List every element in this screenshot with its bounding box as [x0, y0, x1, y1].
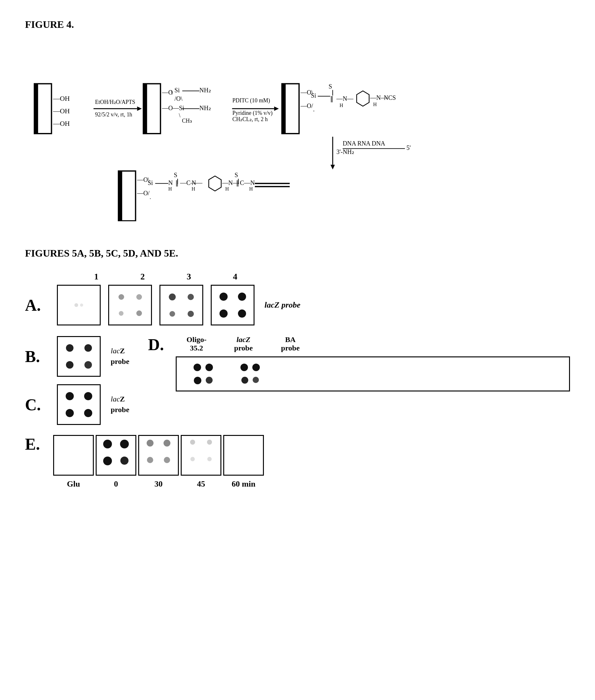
panel-a-probe-label: lacZ probe	[264, 300, 301, 310]
panel-d-row-2	[183, 377, 563, 384]
svg-text:92/5/2 v/v, rt, 1h: 92/5/2 v/v, rt, 1h	[95, 111, 132, 118]
svg-rect-10	[143, 84, 147, 134]
svg-text:/O\: /O\	[174, 95, 182, 102]
panel-e-bottom-labels: Glu 0 30 45 60 min	[53, 479, 570, 489]
svg-text:H: H	[249, 186, 253, 191]
panel-c-label: C.	[25, 396, 50, 414]
svg-text:\: \	[179, 112, 180, 118]
svg-marker-6	[137, 106, 142, 111]
panel-a-box-1	[57, 285, 101, 325]
svg-text:—OH: —OH	[53, 119, 70, 127]
svg-text:—O/: —O/	[300, 102, 313, 109]
svg-text:·: ·	[313, 108, 315, 114]
panels-bcd: B. lacZ probe C. lacZ pro	[25, 335, 570, 426]
svg-text:Si: Si	[174, 87, 180, 93]
svg-text:PDITC (10 mM): PDITC (10 mM)	[232, 97, 270, 104]
svg-text:—O/: —O/	[137, 190, 150, 196]
panel-b-box	[57, 336, 101, 377]
svg-text:H: H	[225, 186, 229, 191]
svg-text:—OH: —OH	[53, 107, 70, 115]
panel-d-col2-label: lacZ probe	[223, 335, 264, 352]
svg-text:NCS: NCS	[384, 94, 396, 101]
svg-text:H: H	[340, 103, 343, 108]
col-num-3: 3	[167, 272, 211, 281]
svg-marker-64	[209, 176, 221, 191]
panel-d-col1-label: Oligo- 35.2	[176, 335, 217, 352]
panel-e: E.	[25, 435, 570, 489]
col-num-2: 2	[121, 272, 165, 281]
svg-text:—OH: —OH	[53, 95, 70, 102]
col-num-1: 1	[75, 272, 118, 281]
column-numbers: 1 2 3 4	[75, 272, 570, 281]
panel-c-box	[57, 384, 101, 425]
panel-e-box-45	[181, 435, 221, 476]
panel-a: 1 2 3 4 A.	[25, 272, 570, 326]
svg-text:S: S	[329, 83, 332, 90]
svg-text:C—N—: C—N—	[240, 179, 261, 186]
col-num-4: 4	[213, 272, 257, 281]
svg-text:H: H	[168, 186, 172, 191]
label-0: 0	[96, 479, 136, 489]
label-glu: Glu	[53, 479, 94, 489]
panel-e-box-0	[96, 435, 136, 476]
svg-text:H: H	[192, 186, 195, 191]
svg-text:—N—: —N—	[336, 95, 353, 102]
svg-text:CH₂CL₂, rt, 2 h: CH₂CL₂, rt, 2 h	[232, 116, 267, 123]
svg-text:Pyridine (1% v/v): Pyridine (1% v/v)	[232, 110, 272, 116]
svg-text:3'-NH₂: 3'-NH₂	[336, 148, 354, 155]
panel-d-label: D.	[148, 335, 173, 354]
panel-a-box-2	[108, 285, 152, 325]
panel-d-box	[176, 356, 570, 392]
panel-b-label: B.	[25, 347, 50, 366]
svg-text:·: ·	[149, 195, 151, 202]
svg-text:N—: N—	[192, 179, 203, 186]
panel-e-row: E.	[25, 435, 570, 476]
panel-a-box-4	[211, 285, 255, 325]
panel-b: B. lacZ probe	[25, 335, 130, 377]
svg-text:NH₂: NH₂	[199, 87, 211, 93]
figure4-title: FIGURE 4.	[25, 19, 570, 30]
panel-e-box-glu	[53, 435, 94, 476]
svg-rect-28	[282, 84, 286, 134]
svg-text:H: H	[373, 102, 377, 107]
label-45: 45	[181, 479, 221, 489]
label-60: 60 min	[223, 479, 264, 489]
label-30: 30	[138, 479, 179, 489]
panel-d-header-row: D. Oligo- 35.2 lacZ probe BA probe	[148, 335, 570, 354]
panel-a-box-3	[160, 285, 203, 325]
panels-bc: B. lacZ probe C. lacZ pro	[25, 335, 130, 426]
panel-c: C. lacZ probe	[25, 384, 130, 426]
svg-text:DNA  RNA  DNA: DNA RNA DNA	[343, 140, 386, 147]
svg-text:NH₂: NH₂	[199, 105, 211, 111]
panel-d-row-1	[183, 364, 563, 371]
panel-e-box-60	[223, 435, 264, 476]
svg-text:Si: Si	[148, 179, 153, 186]
panel-e-label: E.	[25, 435, 50, 453]
svg-text:CH₃: CH₃	[182, 118, 192, 124]
svg-text:EtOH/H₂O/APTS: EtOH/H₂O/APTS	[95, 99, 135, 105]
svg-text:S: S	[174, 171, 177, 178]
panel-e-boxes	[53, 435, 264, 476]
panel-a-label: A.	[25, 296, 50, 315]
chemical-structure-svg: —OH —OH —OH EtOH/H₂O/APTS 92/5/2 v/v, rt…	[25, 40, 570, 221]
panel-d-col3-label: BA probe	[270, 335, 311, 352]
svg-marker-37	[357, 91, 369, 106]
svg-text:S: S	[234, 171, 238, 178]
svg-rect-1	[34, 84, 38, 134]
panel-d: D. Oligo- 35.2 lacZ probe BA probe	[148, 335, 570, 392]
svg-text:‖: ‖	[330, 95, 333, 102]
svg-rect-50	[118, 171, 122, 221]
svg-text:5': 5'	[406, 144, 411, 151]
svg-text:N: N	[168, 179, 173, 186]
panel-b-probe-label: lacZ probe	[111, 346, 130, 367]
panel-e-box-30	[138, 435, 179, 476]
svg-text:‖: ‖	[236, 179, 239, 187]
svg-marker-23	[274, 106, 279, 111]
svg-marker-44	[331, 165, 335, 170]
svg-text:—O—Si: —O—Si	[162, 105, 184, 111]
svg-text:‖: ‖	[175, 179, 178, 187]
figure4-diagram: —OH —OH —OH EtOH/H₂O/APTS 92/5/2 v/v, rt…	[25, 40, 570, 222]
svg-text:\: \	[171, 89, 173, 96]
figure5-title: FIGURES 5A, 5B, 5C, 5D, AND 5E.	[25, 247, 570, 259]
panel-c-probe-label: lacZ probe	[111, 394, 130, 415]
